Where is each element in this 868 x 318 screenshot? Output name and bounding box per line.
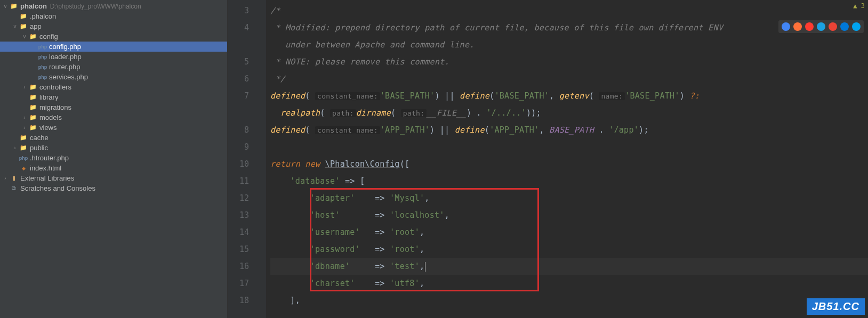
watermark: JB51.CC <box>807 298 865 315</box>
tree-item-cache[interactable]: 📁cache <box>0 133 227 143</box>
php-file-icon: php <box>38 63 47 71</box>
tree-item-router-php[interactable]: phprouter.php <box>0 62 227 72</box>
tree-item-config-php[interactable]: phpconfig.php <box>0 42 227 52</box>
tree-item-controllers[interactable]: ›📁controllers <box>0 82 227 92</box>
line-number: 13 <box>228 207 249 224</box>
line-number: 12 <box>228 190 249 207</box>
chevron-icon: › <box>21 84 28 90</box>
tree-item--phalcon[interactable]: 📁.phalcon <box>0 11 227 21</box>
chevron-right-icon: › <box>2 175 9 181</box>
project-path: D:\phpstudy_pro\WWW\phalcon <box>50 3 141 10</box>
tree-item-public[interactable]: ›📁public <box>0 143 227 153</box>
line-gutter: 3456789101112131415161718 <box>228 0 259 318</box>
line-number: 14 <box>228 224 249 241</box>
tree-item-library[interactable]: 📁library <box>0 92 227 102</box>
line-number: 8 <box>228 121 249 138</box>
project-sidebar[interactable]: v 📁 phalcon D:\phpstudy_pro\WWW\phalcon … <box>0 0 228 318</box>
tree-item-migrations[interactable]: 📁migrations <box>0 102 227 112</box>
tree-item-models[interactable]: ›📁models <box>0 112 227 123</box>
project-root[interactable]: v 📁 phalcon D:\phpstudy_pro\WWW\phalcon <box>0 1 227 11</box>
line-number: 3 <box>228 2 249 19</box>
line-number: 4 <box>228 19 249 36</box>
chevron-icon: v <box>12 23 18 29</box>
warning-indicator[interactable]: ▲ 3 <box>853 2 865 10</box>
browser-icon[interactable] <box>793 22 802 31</box>
tree-item-index-html[interactable]: ◆index.html <box>0 163 227 173</box>
folder-icon: 📁 <box>29 124 37 132</box>
tree-item-app[interactable]: v📁app <box>0 21 227 31</box>
chevron-icon: v <box>21 34 28 39</box>
project-name: phalcon <box>20 2 47 10</box>
folder-icon: 📁 <box>29 83 37 92</box>
fold-column[interactable] <box>259 0 266 318</box>
php-file-icon: php <box>38 73 47 81</box>
php-file-icon: php <box>19 154 28 162</box>
folder-icon: 📁 <box>29 113 37 122</box>
line-number: 10 <box>228 156 249 173</box>
html-file-icon: ◆ <box>19 164 28 173</box>
folder-icon: 📁 <box>19 22 28 31</box>
browser-icon[interactable] <box>817 22 825 31</box>
folder-icon: 📁 <box>29 103 37 112</box>
browser-icon[interactable] <box>782 22 790 31</box>
chevron-icon: › <box>12 145 18 151</box>
php-file-icon: php <box>38 43 47 51</box>
chevron-icon: › <box>21 115 28 120</box>
folder-icon: 📁 <box>19 12 28 21</box>
tree-item-views[interactable]: ›📁views <box>0 123 227 133</box>
browser-icon[interactable] <box>852 22 861 31</box>
scratch-icon: ⧉ <box>10 184 18 193</box>
line-number: 6 <box>228 70 249 87</box>
tree-item--htrouter-php[interactable]: php.htrouter.php <box>0 153 227 163</box>
library-icon: ▮ <box>10 174 18 183</box>
browser-preview-icons[interactable] <box>778 20 864 33</box>
folder-icon: 📁 <box>29 93 37 102</box>
line-number: 5 <box>228 53 249 70</box>
text-cursor <box>425 262 425 272</box>
scratches-consoles[interactable]: ⧉ Scratches and Consoles <box>0 183 227 193</box>
chevron-down-icon: v <box>2 3 9 9</box>
line-number: 7 <box>228 87 249 104</box>
external-libraries[interactable]: › ▮ External Libraries <box>0 173 227 183</box>
line-number: 18 <box>228 292 249 309</box>
line-number <box>228 36 249 53</box>
code-area[interactable]: /* * Modified: prepend directory path of… <box>266 0 868 318</box>
folder-icon: 📁 <box>19 134 28 142</box>
code-editor[interactable]: 3456789101112131415161718 /* * Modified:… <box>228 0 868 318</box>
php-file-icon: php <box>38 53 47 61</box>
line-number: 15 <box>228 241 249 258</box>
tree-item-services-php[interactable]: phpservices.php <box>0 72 227 82</box>
browser-icon[interactable] <box>840 22 849 31</box>
chevron-icon: › <box>21 125 28 131</box>
tree-item-config[interactable]: v📁config <box>0 31 227 42</box>
line-number: 17 <box>228 275 249 292</box>
folder-icon: 📁 <box>29 32 37 41</box>
folder-icon: 📁 <box>19 144 28 152</box>
tree-item-loader-php[interactable]: phploader.php <box>0 52 227 62</box>
line-number: 16 <box>228 258 249 275</box>
browser-icon[interactable] <box>805 22 814 31</box>
line-number: 11 <box>228 173 249 190</box>
folder-icon: 📁 <box>10 2 18 11</box>
line-number <box>228 104 249 121</box>
line-number: 9 <box>228 138 249 156</box>
browser-icon[interactable] <box>829 22 837 31</box>
